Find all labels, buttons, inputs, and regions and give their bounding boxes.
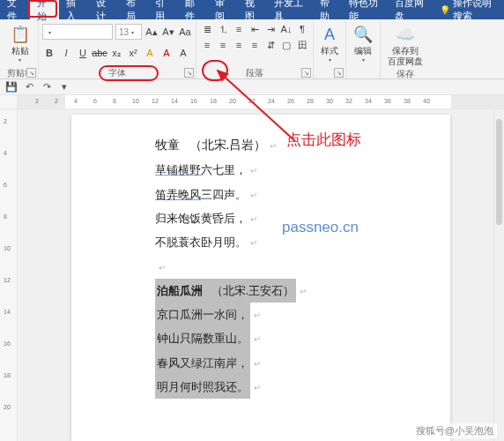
subscript-button[interactable]: x₂ xyxy=(109,46,123,60)
ruler-row: 2246810121416182022242628303234363840 xyxy=(0,95,504,109)
ruler-tick: 26 xyxy=(287,98,294,104)
poem2-title: 泊船瓜洲 （北宋.王安石）↵ xyxy=(155,279,415,303)
group-font-label: 字体 xyxy=(42,66,192,78)
quick-access-toolbar: 💾 ↶ ↷ ▾ xyxy=(0,79,504,95)
save-icon[interactable]: 💾 xyxy=(5,81,18,93)
show-marks-button[interactable]: ¶ xyxy=(295,22,309,36)
vertical-scrollbar[interactable] xyxy=(493,110,504,441)
sort-button[interactable]: A↓ xyxy=(279,22,293,36)
tab-netdisk[interactable]: 百度网盘 xyxy=(388,0,433,19)
multilevel-button[interactable]: ≡ xyxy=(232,22,246,36)
poem1-line4: 不脱蓑衣卧月明。↵ xyxy=(155,230,415,254)
document-page[interactable]: 牧童 （北宋.吕岩）↵ 草铺横野六七里，↵ 笛弄晚风三四声。↵ 归来饱饭黄昏后，… xyxy=(71,115,450,441)
poem1-title: 牧童 （北宋.吕岩）↵ xyxy=(155,132,415,158)
tab-mail[interactable]: 邮件 xyxy=(178,0,208,19)
tab-dev[interactable]: 开发工具 xyxy=(267,0,312,19)
ruler-tick: 22 xyxy=(248,98,256,104)
align-left-button[interactable]: ≡ xyxy=(200,38,214,52)
tab-view[interactable]: 视图 xyxy=(238,0,268,19)
paste-button[interactable]: 📋 粘贴 ▾ xyxy=(7,22,33,64)
ruler-tick: 20 xyxy=(229,98,236,104)
blank-line: ↵ xyxy=(155,255,415,279)
underline-button[interactable]: U xyxy=(76,46,90,60)
poem1-line3: 归来饱饭黄昏后，↵ xyxy=(155,206,415,230)
poem1-line2: 笛弄晚风三四声。↵ xyxy=(155,183,415,206)
ruler-tick: 4 xyxy=(74,98,78,104)
shading-button[interactable]: ▢ xyxy=(279,38,293,52)
text-effects-button[interactable]: A xyxy=(176,46,190,60)
italic-button[interactable]: I xyxy=(59,46,73,60)
save-netdisk-label2: 百度网盘 xyxy=(388,56,423,66)
group-font: ▾ 13 ▾ A▴ A▾ Aa B I U abc x₂ x² A A xyxy=(39,21,196,78)
tell-me-search[interactable]: 💡 操作说明搜索 xyxy=(433,0,504,23)
tab-special[interactable]: 特色功能 xyxy=(342,0,387,19)
ruler-tick: 14 xyxy=(171,98,178,104)
ruler-tick: 40 xyxy=(423,98,430,104)
strike-button[interactable]: abc xyxy=(93,46,107,60)
styles-label: 样式 xyxy=(321,46,338,56)
border-button[interactable]: 田 xyxy=(295,38,309,52)
ruler-tick: 2 xyxy=(35,98,39,104)
clipboard-launcher-icon[interactable]: ↘ xyxy=(26,68,36,78)
poem2-line2: 钟山只隔数重山。↵ xyxy=(155,326,415,350)
tab-design[interactable]: 设计 xyxy=(89,0,119,19)
ruler-tick: 10 xyxy=(132,98,139,104)
group-edit: 🔍 编辑 ▾ xyxy=(346,21,381,78)
group-paragraph: ≣ ⒈ ≡ ⇤ ⇥ A↓ ¶ ≡ ≡ ≡ ≡ ⇵ ▢ 田 xyxy=(196,21,314,78)
edit-button[interactable]: 🔍 编辑 ▾ xyxy=(350,22,376,64)
poem2-line4: 明月何时照我还。↵ xyxy=(155,375,415,399)
font-color-button[interactable]: A xyxy=(159,46,174,60)
tab-layout[interactable]: 布局 xyxy=(119,0,149,19)
font-size-combo[interactable]: 13 ▾ xyxy=(115,24,142,40)
ruler-tick: 8 xyxy=(113,98,116,104)
font-name-combo[interactable]: ▾ xyxy=(42,24,113,40)
save-netdisk-button[interactable]: ☁️ 保存到 百度网盘 xyxy=(384,22,426,68)
numbering-button[interactable]: ⒈ xyxy=(216,22,230,36)
vruler-tick: 10 xyxy=(4,245,11,251)
poem2-line1: 京口瓜洲一水间，↵ xyxy=(155,303,415,326)
poem2-line3: 春风又绿江南岸，↵ xyxy=(155,351,415,375)
highlight-button[interactable]: A xyxy=(143,46,157,60)
indent-inc-button[interactable]: ⇥ xyxy=(263,22,278,36)
horizontal-ruler[interactable]: 2246810121416182022242628303234363840 xyxy=(18,95,504,108)
styles-launcher-icon[interactable]: ↘ xyxy=(334,68,344,78)
indent-dec-button[interactable]: ⇤ xyxy=(248,22,262,36)
ruler-tick: 36 xyxy=(384,98,391,104)
align-right-button[interactable]: ≡ xyxy=(232,38,246,52)
poem1-line1: 草铺横野六七里，↵ xyxy=(155,158,415,182)
align-center-button[interactable]: ≡ xyxy=(216,38,230,52)
bold-button[interactable]: B xyxy=(42,46,56,60)
chevron-down-icon: ▾ xyxy=(362,56,365,63)
qat-dropdown-icon[interactable]: ▾ xyxy=(58,81,70,93)
tab-references[interactable]: 引用 xyxy=(148,0,178,19)
styles-button[interactable]: A 样式 ▾ xyxy=(317,22,342,64)
group-styles: A 样式 ▾ ↘ xyxy=(314,21,346,78)
undo-icon[interactable]: ↶ xyxy=(23,81,35,93)
tab-file[interactable]: 文件 xyxy=(0,0,30,19)
line-spacing-button[interactable]: ⇵ xyxy=(263,38,278,52)
ruler-tick: 18 xyxy=(210,98,217,104)
find-icon: 🔍 xyxy=(353,24,373,45)
shrink-font-icon[interactable]: A▾ xyxy=(161,25,175,39)
ruler-tick: 6 xyxy=(93,98,97,104)
ruler-tick: 12 xyxy=(152,98,159,104)
redo-icon[interactable]: ↷ xyxy=(41,81,53,93)
vruler-tick: 16 xyxy=(4,340,11,347)
ruler-tick: 16 xyxy=(190,98,197,104)
ribbon-tabs: 文件 开始 插入 设计 布局 引用 邮件 审阅 视图 开发工具 帮助 特色功能 … xyxy=(0,0,504,19)
bullets-button[interactable]: ≣ xyxy=(200,22,214,36)
ruler-tick: 2 xyxy=(55,98,58,104)
align-justify-button[interactable]: ≡ xyxy=(248,38,262,52)
tab-insert[interactable]: 插入 xyxy=(59,0,89,19)
font-launcher-icon[interactable]: ↘ xyxy=(184,68,194,78)
vertical-ruler[interactable]: 2468101214161820 xyxy=(0,109,18,441)
grow-font-icon[interactable]: A▴ xyxy=(145,25,159,39)
tab-help[interactable]: 帮助 xyxy=(313,0,343,19)
paragraph-launcher-icon[interactable]: ↘ xyxy=(301,68,311,78)
tab-home[interactable]: 开始 xyxy=(30,0,60,19)
bulb-icon: 💡 xyxy=(440,5,450,15)
change-case-icon[interactable]: Aa xyxy=(178,25,192,39)
scrollbar-thumb[interactable] xyxy=(496,119,502,225)
tab-review[interactable]: 审阅 xyxy=(208,0,238,19)
superscript-button[interactable]: x² xyxy=(126,46,140,60)
